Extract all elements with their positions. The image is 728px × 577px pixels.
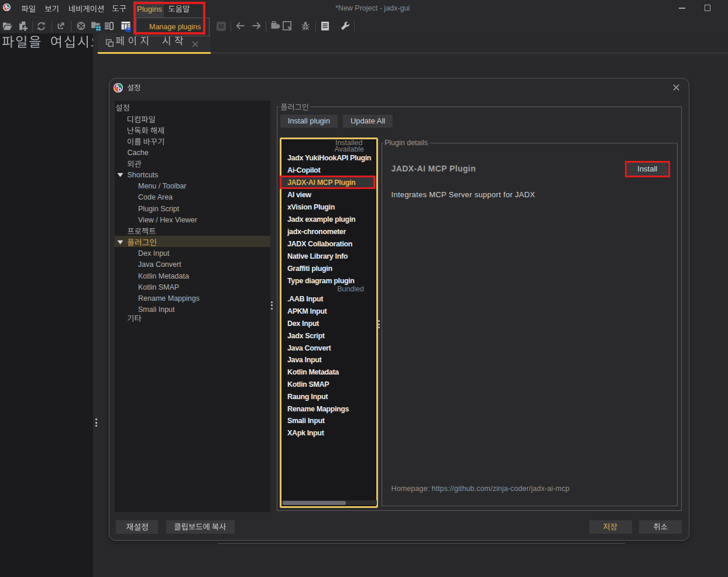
svg-text:D: D [118,87,121,92]
svg-text:D: D [6,6,9,11]
